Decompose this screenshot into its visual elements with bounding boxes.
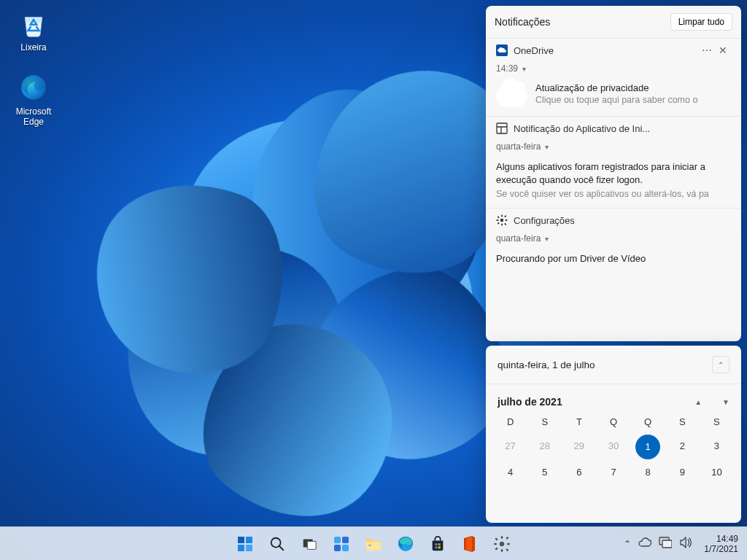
- chevron-down-icon: ▾: [545, 235, 549, 243]
- task-view-button[interactable]: [295, 530, 323, 558]
- settings-button[interactable]: [488, 530, 516, 558]
- svg-rect-21: [342, 537, 349, 543]
- calendar-day[interactable]: 6: [562, 467, 596, 478]
- notification-time[interactable]: quarta-feira ▾: [496, 141, 731, 152]
- store-button[interactable]: [424, 530, 452, 558]
- svg-rect-12: [238, 537, 244, 543]
- notification-time[interactable]: quarta-feira ▾: [496, 233, 731, 244]
- calendar-day-today[interactable]: 1: [635, 435, 660, 459]
- svg-rect-2: [497, 123, 507, 133]
- svg-rect-35: [495, 537, 498, 541]
- svg-rect-26: [435, 543, 437, 545]
- desktop-icon-edge[interactable]: Microsoft Edge: [6, 71, 61, 127]
- widgets-button[interactable]: [328, 530, 355, 558]
- notification-app-name: Notificação do Aplicativo de Ini...: [514, 123, 650, 134]
- close-icon[interactable]: ✕: [715, 44, 731, 56]
- taskbar-time: 14:49: [704, 534, 738, 544]
- calendar-today-label[interactable]: quinta-feira, 1 de julho: [498, 359, 595, 370]
- edge-icon: [18, 71, 50, 104]
- clear-all-button[interactable]: Limpar tudo: [670, 13, 732, 31]
- chevron-up-icon: ⌃: [718, 361, 724, 369]
- gear-icon: [496, 214, 508, 226]
- svg-rect-8: [498, 216, 500, 218]
- window-grid-icon: [496, 122, 508, 134]
- start-button[interactable]: [231, 530, 259, 558]
- calendar-day[interactable]: 28: [527, 440, 562, 454]
- svg-rect-24: [368, 545, 371, 545]
- task-view-icon: [301, 536, 317, 552]
- svg-point-30: [500, 541, 504, 545]
- folder-icon: [365, 536, 382, 552]
- notification-group-settings[interactable]: Configurações quarta-feira ▾ Procurando …: [486, 208, 741, 273]
- store-icon: [430, 536, 446, 552]
- more-icon[interactable]: ⋯: [699, 44, 715, 56]
- svg-rect-28: [435, 546, 437, 548]
- calendar-day[interactable]: 5: [527, 467, 562, 478]
- svg-line-17: [279, 545, 284, 550]
- svg-rect-31: [501, 536, 503, 539]
- calendar-day[interactable]: 2: [665, 440, 700, 454]
- office-button[interactable]: [456, 530, 484, 558]
- svg-rect-36: [506, 548, 509, 551]
- next-month-button[interactable]: ▼: [722, 398, 729, 406]
- volume-tray-icon[interactable]: [679, 537, 692, 551]
- edge-button[interactable]: [392, 530, 419, 558]
- desktop-icon-label: Lixeira: [6, 42, 61, 52]
- notification-subtitle: Se você quiser ver os aplicativos ou alt…: [496, 189, 731, 199]
- notifications-title: Notificações: [495, 16, 550, 28]
- notification-group-onedrive[interactable]: OneDrive ⋯ ✕ 14:39 ▾ Atualização de priv…: [486, 38, 741, 116]
- calendar-day[interactable]: 10: [700, 467, 734, 478]
- calendar-flyout: quinta-feira, 1 de julho ⌃ julho de 2021…: [486, 346, 741, 523]
- edge-icon: [397, 535, 414, 553]
- svg-rect-40: [662, 540, 672, 548]
- notification-app-name: Configurações: [514, 215, 575, 226]
- network-tray-icon[interactable]: [659, 537, 672, 551]
- calendar-day[interactable]: 8: [631, 467, 665, 478]
- calendar-day[interactable]: 9: [665, 467, 700, 478]
- widgets-icon: [333, 535, 350, 553]
- recycle-bin-icon: [18, 7, 50, 39]
- desktop-icon-recycle-bin[interactable]: Lixeira: [6, 7, 61, 52]
- calendar-day[interactable]: 7: [596, 467, 630, 478]
- onedrive-icon: [496, 44, 508, 56]
- desktop-icon-label: Microsoft Edge: [6, 106, 61, 127]
- svg-rect-11: [498, 222, 500, 225]
- calendar-day[interactable]: 29: [562, 440, 596, 454]
- calendar-day[interactable]: 4: [493, 467, 527, 478]
- notification-center: Notificações Limpar tudo OneDrive ⋯ ✕ 14…: [486, 6, 741, 341]
- file-explorer-button[interactable]: [360, 530, 387, 558]
- calendar-day[interactable]: 27: [493, 440, 527, 454]
- svg-rect-5: [501, 224, 503, 226]
- svg-rect-38: [495, 547, 498, 551]
- calendar-day-header: S: [665, 416, 700, 427]
- svg-rect-6: [497, 219, 499, 221]
- svg-rect-13: [246, 537, 252, 543]
- windows-logo-icon: [236, 535, 254, 553]
- prev-month-button[interactable]: ▲: [694, 398, 702, 406]
- svg-rect-27: [438, 543, 441, 545]
- calendar-day[interactable]: 3: [700, 440, 734, 454]
- notification-time[interactable]: 14:39 ▾: [496, 63, 731, 74]
- notification-title: Atualização de privacidade: [535, 82, 697, 93]
- taskbar-clock[interactable]: 14:49 1/7/2021: [700, 532, 743, 556]
- svg-rect-14: [238, 545, 244, 551]
- notification-subtitle: Clique ou toque aqui para saber como o: [535, 95, 697, 105]
- notification-app-name: OneDrive: [514, 45, 554, 56]
- onedrive-tray-icon[interactable]: [638, 537, 651, 550]
- desktop[interactable]: Lixeira Microsoft Edge Notificações Limp…: [0, 0, 747, 560]
- chevron-down-icon: ▾: [522, 65, 526, 73]
- calendar-day-header: T: [562, 416, 596, 427]
- tray-overflow-button[interactable]: ⌃: [624, 539, 631, 549]
- notification-group-startup[interactable]: Notificação do Aplicativo de Ini... quar…: [486, 116, 741, 208]
- calendar-day-header: S: [527, 416, 562, 427]
- collapse-button[interactable]: ⌃: [712, 356, 729, 373]
- calendar-month-label[interactable]: julho de 2021: [498, 396, 562, 408]
- taskbar: ⌃ 14:49 1/7/2021: [0, 526, 747, 560]
- cloud-icon: [496, 85, 527, 107]
- search-button[interactable]: [263, 530, 291, 558]
- svg-rect-33: [494, 542, 497, 544]
- calendar-day-header: S: [700, 416, 734, 427]
- notification-body: Alguns aplicativos foram registrados par…: [496, 160, 731, 186]
- calendar-day[interactable]: 30: [596, 440, 630, 454]
- calendar-day-header: D: [493, 416, 527, 427]
